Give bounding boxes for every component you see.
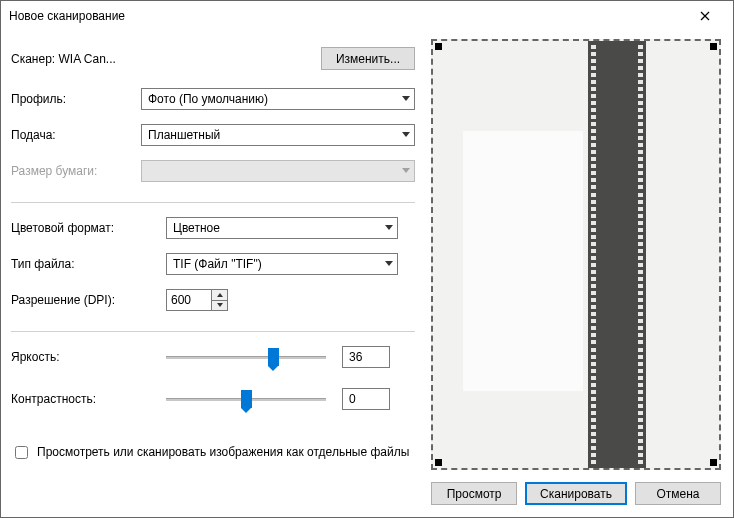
slider-track: [166, 356, 326, 359]
cancel-button[interactable]: Отмена: [635, 482, 721, 505]
film-strip: [588, 41, 646, 468]
scanner-label: Сканер: WIA Can...: [11, 52, 321, 66]
scan-dialog: Новое сканирование Сканер: WIA Can... Из…: [0, 0, 734, 518]
separator: [11, 331, 415, 332]
scan-button[interactable]: Сканировать: [525, 482, 627, 505]
dpi-label: Разрешение (DPI):: [11, 293, 166, 307]
file-type-select[interactable]: TIF (Файл "TIF"): [166, 253, 398, 275]
slider-thumb[interactable]: [241, 390, 252, 408]
crop-handle-br[interactable]: [710, 459, 717, 466]
file-type-label: Тип файла:: [11, 257, 166, 271]
color-format-value: Цветное: [173, 221, 220, 235]
change-scanner-button[interactable]: Изменить...: [321, 47, 415, 70]
crop-handle-bl[interactable]: [435, 459, 442, 466]
paper-size-select: [141, 160, 415, 182]
separator: [11, 202, 415, 203]
preview-area[interactable]: [431, 39, 721, 470]
profile-value: Фото (По умолчанию): [148, 92, 268, 106]
content-area: Сканер: WIA Can... Изменить... Профиль: …: [1, 31, 733, 517]
paper-size-label: Размер бумаги:: [11, 164, 141, 178]
profile-select[interactable]: Фото (По умолчанию): [141, 88, 415, 110]
source-select[interactable]: Планшетный: [141, 124, 415, 146]
color-format-select[interactable]: Цветное: [166, 217, 398, 239]
contrast-value[interactable]: 0: [342, 388, 390, 410]
preview-background: [463, 131, 583, 391]
crop-handle-tl[interactable]: [435, 43, 442, 50]
preview-panel: Просмотр Сканировать Отмена: [431, 39, 721, 505]
contrast-slider[interactable]: [166, 388, 326, 410]
chevron-down-icon: [402, 96, 410, 102]
action-buttons: Просмотр Сканировать Отмена: [431, 482, 721, 505]
crop-handle-tr[interactable]: [710, 43, 717, 50]
chevron-down-icon: [217, 303, 223, 307]
color-format-label: Цветовой формат:: [11, 221, 166, 235]
chevron-up-icon: [217, 293, 223, 297]
settings-panel: Сканер: WIA Can... Изменить... Профиль: …: [11, 39, 415, 505]
profile-label: Профиль:: [11, 92, 141, 106]
chevron-down-icon: [402, 168, 410, 174]
titlebar: Новое сканирование: [1, 1, 733, 31]
contrast-label: Контрастность:: [11, 392, 166, 406]
separate-files-checkbox[interactable]: [15, 446, 28, 459]
file-type-value: TIF (Файл "TIF"): [173, 257, 262, 271]
preview-button[interactable]: Просмотр: [431, 482, 517, 505]
source-value: Планшетный: [148, 128, 220, 142]
close-button[interactable]: [685, 2, 725, 30]
chevron-down-icon: [385, 261, 393, 267]
brightness-label: Яркость:: [11, 350, 166, 364]
source-label: Подача:: [11, 128, 141, 142]
slider-thumb[interactable]: [268, 348, 279, 366]
separate-files-label: Просмотреть или сканировать изображения …: [37, 444, 409, 460]
brightness-slider[interactable]: [166, 346, 326, 368]
brightness-value[interactable]: 36: [342, 346, 390, 368]
dpi-input[interactable]: [167, 290, 211, 310]
close-icon: [700, 11, 710, 21]
chevron-down-icon: [402, 132, 410, 138]
window-title: Новое сканирование: [9, 9, 685, 23]
dpi-step-down[interactable]: [212, 301, 227, 311]
dpi-step-up[interactable]: [212, 290, 227, 301]
chevron-down-icon: [385, 225, 393, 231]
dpi-spinner[interactable]: [166, 289, 228, 311]
